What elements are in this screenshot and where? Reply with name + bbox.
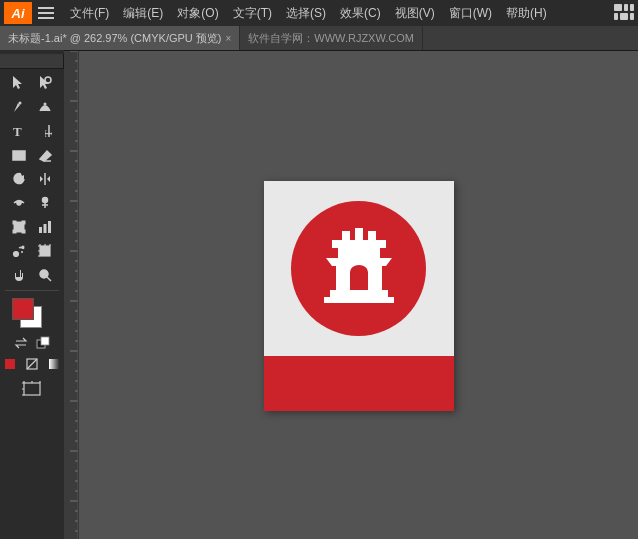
artboard	[264, 181, 454, 411]
svg-rect-3	[614, 13, 618, 20]
app-logo: Ai	[4, 2, 32, 24]
svg-rect-51	[49, 359, 59, 369]
warp-tool[interactable]	[6, 191, 32, 215]
tool-row-shape	[0, 143, 64, 167]
svg-rect-170	[355, 228, 363, 240]
hand-tool[interactable]	[6, 263, 32, 287]
svg-text:T: T	[42, 130, 53, 137]
svg-rect-2	[630, 4, 634, 11]
svg-rect-1	[624, 4, 628, 11]
svg-rect-52	[24, 383, 40, 395]
rectangle-tool[interactable]	[6, 143, 32, 167]
menu-bar: Ai 文件(F) 编辑(E) 对象(O) 文字(T) 选择(S) 效果(C) 视…	[0, 0, 638, 26]
artboard-nav-icon[interactable]	[20, 379, 44, 399]
type-tool[interactable]: T	[6, 119, 32, 143]
app-menu-icon[interactable]	[38, 3, 58, 23]
swap-colors-icon[interactable]	[12, 334, 30, 352]
svg-rect-26	[22, 221, 25, 224]
svg-point-34	[21, 251, 23, 253]
tool-row-warp	[0, 191, 64, 215]
svg-line-43	[47, 277, 51, 281]
svg-rect-172	[338, 248, 380, 258]
menu-file[interactable]: 文件(F)	[64, 3, 115, 24]
svg-point-32	[14, 252, 19, 257]
reflect-tool[interactable]	[32, 167, 58, 191]
tool-row-graph	[0, 215, 64, 239]
svg-point-33	[22, 246, 25, 249]
svg-rect-178	[324, 297, 394, 303]
toolbar-separator	[5, 290, 59, 291]
menu-view[interactable]: 视图(V)	[389, 3, 441, 24]
menu-window[interactable]: 窗口(W)	[443, 3, 498, 24]
fill-stroke-mode-row	[1, 355, 63, 373]
menu-help[interactable]: 帮助(H)	[500, 3, 553, 24]
toolbar: T T	[0, 50, 64, 539]
rotate-tool[interactable]	[6, 167, 32, 191]
svg-point-176	[350, 265, 368, 279]
svg-marker-173	[326, 258, 392, 266]
svg-rect-169	[368, 231, 376, 241]
svg-point-20	[17, 201, 21, 205]
tool-row-type: T T	[0, 119, 64, 143]
canvas-content[interactable]	[79, 51, 638, 539]
svg-rect-177	[330, 290, 388, 297]
color-swatch-area	[8, 296, 56, 332]
svg-point-9	[19, 102, 22, 105]
none-mode-icon[interactable]	[23, 355, 41, 373]
svg-rect-30	[44, 224, 47, 233]
color-mode-row	[12, 334, 52, 352]
svg-rect-31	[48, 221, 51, 233]
vertical-type-tool[interactable]: T	[32, 119, 58, 143]
svg-rect-171	[332, 240, 386, 248]
menu-edit[interactable]: 编辑(E)	[117, 3, 169, 24]
menu-effect[interactable]: 效果(C)	[334, 3, 387, 24]
direct-selection-tool[interactable]	[32, 71, 58, 95]
symbol-sprayer-tool[interactable]	[6, 239, 32, 263]
workspace-switcher-icon[interactable]	[614, 4, 634, 23]
ruler-vertical	[64, 51, 79, 539]
pen-tool[interactable]	[6, 95, 32, 119]
selection-tool[interactable]	[6, 71, 32, 95]
pagoda-svg	[314, 226, 404, 311]
tab-bar: 未标题-1.ai* @ 262.97% (CMYK/GPU 预览) × 软件自学…	[0, 26, 638, 50]
svg-point-10	[44, 103, 47, 106]
free-transform-tool[interactable]	[6, 215, 32, 239]
puppet-warp-tool[interactable]	[32, 191, 58, 215]
active-tab[interactable]: 未标题-1.ai* @ 262.97% (CMYK/GPU 预览) ×	[0, 26, 240, 50]
svg-rect-47	[41, 337, 49, 345]
menu-select[interactable]: 选择(S)	[280, 3, 332, 24]
tool-row-selection	[0, 71, 64, 95]
column-graph-tool[interactable]	[32, 215, 58, 239]
svg-rect-25	[13, 221, 16, 224]
svg-point-8	[45, 77, 51, 83]
zoom-tool[interactable]	[32, 263, 58, 287]
tool-row-pen	[0, 95, 64, 119]
svg-rect-35	[40, 246, 50, 256]
default-colors-icon[interactable]	[34, 334, 52, 352]
tool-row-symbol	[0, 239, 64, 263]
svg-rect-48	[5, 359, 15, 369]
active-tab-close[interactable]: ×	[226, 33, 232, 44]
menu-type[interactable]: 文字(T)	[227, 3, 278, 24]
inactive-tab[interactable]: 软件自学网：WWW.RJZXW.COM	[240, 26, 423, 50]
menu-object[interactable]: 对象(O)	[171, 3, 224, 24]
svg-rect-5	[630, 13, 634, 20]
curvature-tool[interactable]	[32, 95, 58, 119]
artwork-bottom	[264, 356, 454, 411]
inactive-tab-label: 软件自学网：WWW.RJZXW.COM	[248, 31, 414, 46]
fill-mode-icon[interactable]	[1, 355, 19, 373]
svg-rect-29	[39, 227, 42, 233]
svg-rect-0	[614, 4, 622, 11]
svg-line-50	[27, 359, 37, 369]
active-tab-label: 未标题-1.ai* @ 262.97% (CMYK/GPU 预览)	[8, 31, 222, 46]
tool-row-zoom	[0, 263, 64, 287]
svg-marker-6	[13, 76, 22, 89]
ruler-corner	[0, 54, 64, 69]
gradient-mode-icon[interactable]	[45, 355, 63, 373]
red-circle	[291, 201, 426, 336]
svg-rect-168	[342, 231, 350, 241]
eraser-tool[interactable]	[32, 143, 58, 167]
foreground-color-swatch[interactable]	[12, 298, 34, 320]
artboard-tool[interactable]	[32, 239, 58, 263]
svg-rect-27	[13, 230, 16, 233]
